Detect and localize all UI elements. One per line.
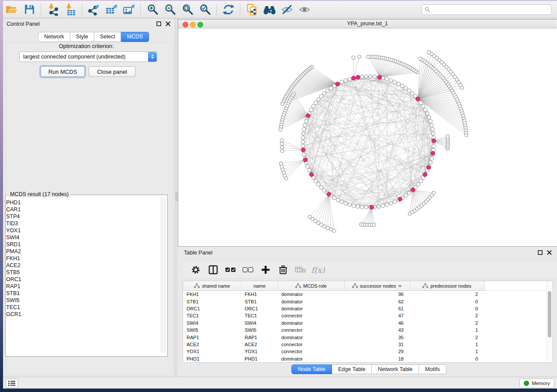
mcds-result-item[interactable]: SWI4 <box>6 234 160 241</box>
network-node[interactable] <box>301 140 304 144</box>
deselect-all-checkbox-icon[interactable] <box>240 263 256 276</box>
mcds-result-item[interactable]: RAP1 <box>6 283 160 290</box>
close-icon[interactable] <box>547 250 552 255</box>
network-node[interactable] <box>393 80 397 84</box>
col-name[interactable]: name <box>241 281 278 291</box>
mcds-result-item[interactable]: ORC1 <box>6 276 160 283</box>
table-row[interactable]: PHD1PHD1dominator180 <box>183 355 546 362</box>
mcds-result-item[interactable]: ACE2 <box>6 262 160 269</box>
network-leaf-node[interactable] <box>372 223 376 227</box>
close-icon[interactable] <box>166 21 170 26</box>
network-leaf-node[interactable] <box>329 227 332 231</box>
task-list-button[interactable] <box>5 378 18 388</box>
zoom-selected-icon[interactable] <box>196 3 214 17</box>
mcds-hub-node[interactable] <box>336 82 339 86</box>
network-graph[interactable] <box>178 28 557 245</box>
network-node[interactable] <box>340 80 343 84</box>
mcds-result-item[interactable]: STB1 <box>6 290 160 297</box>
network-node[interactable] <box>419 179 422 183</box>
float-icon[interactable] <box>156 21 161 26</box>
mcds-hub-node[interactable] <box>398 197 402 201</box>
zoom-in-icon[interactable] <box>144 3 161 17</box>
table-row[interactable]: SWI4SWI4dominator462 <box>183 320 546 327</box>
tab-motifs[interactable]: Motifs <box>419 364 446 374</box>
mcds-list-scrollbar[interactable] <box>161 197 166 353</box>
zoom-fit-icon[interactable] <box>179 3 196 17</box>
network-node[interactable] <box>369 75 372 78</box>
network-node[interactable] <box>401 84 404 88</box>
network-node[interactable] <box>364 206 368 209</box>
network-node[interactable] <box>301 144 304 148</box>
import-network-icon[interactable] <box>44 3 62 17</box>
network-node[interactable] <box>303 124 307 127</box>
col-predecessor-nodes[interactable]: predecessor nodes <box>410 281 484 291</box>
network-node[interactable] <box>317 182 320 186</box>
open-folder-icon[interactable] <box>3 3 21 17</box>
network-node[interactable] <box>306 165 309 168</box>
mcds-hub-node[interactable] <box>423 172 427 176</box>
network-node[interactable] <box>360 75 363 78</box>
zoom-out-icon[interactable] <box>161 3 179 17</box>
mcds-hub-node[interactable] <box>432 139 436 143</box>
shared-document-icon[interactable] <box>243 3 261 17</box>
network-node[interactable] <box>385 203 388 206</box>
mcds-hub-node[interactable] <box>416 97 420 101</box>
network-node[interactable] <box>431 127 434 131</box>
tab-network-table[interactable]: Network Table <box>372 364 419 374</box>
mcds-hub-node[interactable] <box>426 165 430 169</box>
network-leaf-node[interactable] <box>332 229 336 233</box>
network-node[interactable] <box>432 144 435 148</box>
mcds-result-item[interactable]: PHD1 <box>6 199 160 206</box>
network-node[interactable] <box>430 157 433 160</box>
close-panel-button[interactable]: Close panel <box>89 66 135 77</box>
network-node[interactable] <box>429 161 432 164</box>
mcds-hub-node[interactable] <box>411 188 415 192</box>
network-node[interactable] <box>419 101 422 104</box>
network-leaf-node[interactable] <box>432 191 436 195</box>
tab-edge-table[interactable]: Edge Table <box>332 364 372 374</box>
network-node[interactable] <box>416 182 420 186</box>
network-leaf-node[interactable] <box>358 55 361 58</box>
network-node[interactable] <box>360 205 363 209</box>
tab-mcds[interactable]: MCDS <box>121 32 149 42</box>
mcds-hub-node[interactable] <box>301 148 305 152</box>
table-row[interactable]: RAP1RAP1dominator352 <box>183 334 546 340</box>
network-node[interactable] <box>314 101 318 104</box>
network-leaf-node[interactable] <box>367 55 370 58</box>
network-node[interactable] <box>302 127 306 131</box>
network-node[interactable] <box>319 94 323 98</box>
maximize-window-icon[interactable] <box>197 22 203 28</box>
network-node[interactable] <box>344 202 347 205</box>
export-image-icon[interactable] <box>120 3 138 17</box>
close-window-icon[interactable] <box>183 22 188 28</box>
search-input[interactable] <box>430 6 549 13</box>
network-node[interactable] <box>301 136 304 139</box>
mcds-result-item[interactable]: GCR1 <box>6 311 160 318</box>
network-node[interactable] <box>422 104 425 108</box>
select-all-checkbox-icon[interactable] <box>223 263 239 276</box>
network-leaf-node[interactable] <box>279 128 282 131</box>
network-node[interactable] <box>348 77 351 81</box>
network-node[interactable] <box>389 79 393 82</box>
table-scrollbar[interactable] <box>547 282 553 362</box>
network-node[interactable] <box>352 204 355 207</box>
refresh-icon[interactable] <box>220 3 237 17</box>
mcds-hub-node[interactable] <box>356 75 360 79</box>
mcds-result-item[interactable]: PMA2 <box>6 248 160 255</box>
network-node[interactable] <box>317 98 320 101</box>
network-node[interactable] <box>393 200 397 203</box>
tab-node-table[interactable]: Node Table <box>291 364 332 374</box>
mcds-hub-node[interactable] <box>303 158 307 162</box>
network-node[interactable] <box>427 116 431 119</box>
run-mcds-button[interactable]: Run MCDS <box>41 66 85 77</box>
search-binoculars-icon[interactable] <box>261 3 278 17</box>
mcds-hub-node[interactable] <box>431 151 435 155</box>
network-leaf-node[interactable] <box>284 177 288 180</box>
network-node[interactable] <box>308 168 311 172</box>
network-leaf-node[interactable] <box>323 225 326 228</box>
table-row[interactable]: FKH1FKH1dominator962 <box>183 291 546 298</box>
network-node[interactable] <box>430 124 433 127</box>
network-node[interactable] <box>389 202 393 205</box>
network-node[interactable] <box>364 75 368 78</box>
mcds-hub-node[interactable] <box>309 172 313 176</box>
